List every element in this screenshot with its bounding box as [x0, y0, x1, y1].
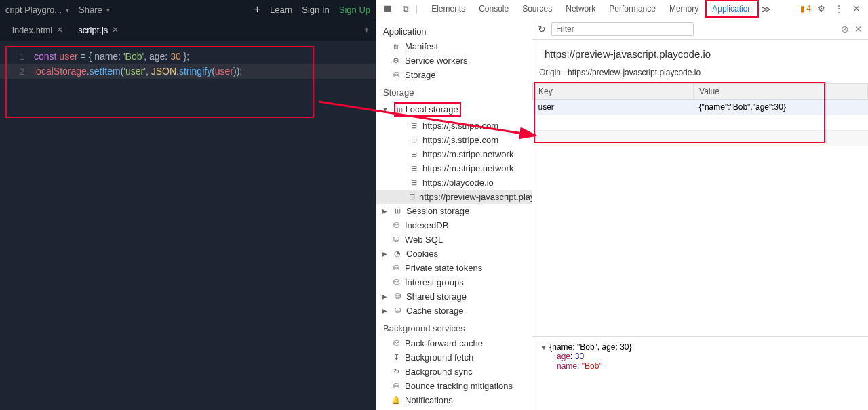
chevron-down-icon[interactable]: ▾: [106, 6, 110, 14]
sync-icon: ↻: [391, 367, 401, 377]
caret-right-icon: ▶: [382, 250, 389, 258]
gear-icon[interactable]: ⚙: [814, 1, 829, 16]
col-key[interactable]: Key: [533, 84, 694, 100]
ls-origin[interactable]: ⊞https://playcode.io: [376, 176, 532, 190]
sidebar-btm[interactable]: ⛁Bounce tracking mitigations: [376, 379, 532, 393]
ls-origin[interactable]: ⊞https://js.stripe.com: [376, 133, 532, 147]
bell-icon: 🔔: [391, 396, 401, 405]
section-application: Application: [376, 24, 532, 39]
close-icon[interactable]: ✕: [56, 25, 63, 35]
grid-icon: ⊞: [409, 164, 418, 173]
db-icon: ⛁: [391, 264, 401, 273]
sidebar-indexeddb[interactable]: ⛁IndexedDB: [376, 218, 532, 232]
col-value[interactable]: Value: [694, 84, 868, 100]
sidebar-interest[interactable]: ⛁Interest groups: [376, 275, 532, 289]
sidebar-cache[interactable]: ▶⛁Cache storage: [376, 304, 532, 318]
tab-index-html[interactable]: index.html✕: [5, 21, 70, 39]
tab-application[interactable]: Application: [705, 0, 759, 18]
warning-badge[interactable]: ▮4: [800, 4, 811, 14]
sidebar-shared[interactable]: ▶⛁Shared storage: [376, 289, 532, 304]
table-row[interactable]: user {"name":"Bob","age":30}: [533, 100, 868, 115]
caret-down-icon: ▼: [382, 106, 389, 113]
section-bg: Background services: [376, 318, 532, 336]
sidebar-bfc[interactable]: ⛁Back-forward cache: [376, 336, 532, 350]
tab-console[interactable]: Console: [472, 0, 515, 18]
grid-icon: ⊞: [397, 106, 403, 114]
editor-tabs: index.html✕ script.js✕ ✦: [0, 19, 376, 41]
filter-input[interactable]: [551, 22, 694, 36]
db-icon: ⛁: [393, 306, 402, 316]
close-icon[interactable]: ✕: [849, 1, 864, 16]
plus-icon[interactable]: +: [254, 3, 260, 16]
sidebar-websql[interactable]: ⛁Web SQL: [376, 232, 532, 247]
origin-value: https://preview-javascript.playcode.io: [568, 68, 701, 77]
gutter: 1: [8, 52, 24, 62]
sidebar-bgs[interactable]: ↻Background sync: [376, 365, 532, 379]
storage-table[interactable]: Key Value user {"name":"Bob","age":30}: [532, 83, 868, 146]
devtools-pane: ⯀ ⧉ | Elements Console Sources Network P…: [376, 0, 868, 410]
sidebar-service-workers[interactable]: ⚙Service workers: [376, 54, 532, 68]
grid-icon: ⊞: [409, 178, 418, 188]
editor-pane: cript Playgro... ▾ Share ▾ + Learn Sign …: [0, 0, 376, 410]
tab-script-js[interactable]: script.js✕: [71, 21, 125, 39]
ls-origin[interactable]: ⊞https://js.stripe.com: [376, 119, 532, 133]
sidebar-notif[interactable]: 🔔Notifications: [376, 393, 532, 407]
share-menu[interactable]: Share: [79, 5, 102, 15]
devtools-topbar: ⯀ ⧉ | Elements Console Sources Network P…: [376, 0, 868, 18]
chevron-down-icon[interactable]: ▾: [66, 6, 69, 14]
caret-right-icon: ▶: [382, 307, 389, 314]
sidebar-session-storage[interactable]: ▶⊞Session storage: [376, 204, 532, 218]
cell-key[interactable]: user: [533, 100, 694, 115]
db-icon: ⛁: [391, 70, 401, 80]
sidebar-cookies[interactable]: ▶◔Cookies: [376, 247, 532, 261]
table-row-empty[interactable]: [533, 115, 868, 131]
db-icon: ⛁: [391, 278, 401, 287]
sidebar-pst[interactable]: ⛁Private state tokens: [376, 261, 532, 275]
project-title[interactable]: cript Playgro...: [5, 5, 62, 15]
storage-toolbar: ↻ ⊘ ✕: [532, 18, 868, 40]
cookie-icon: ◔: [393, 249, 402, 259]
editor-topbar: cript Playgro... ▾ Share ▾ + Learn Sign …: [0, 0, 376, 19]
ls-origin[interactable]: ⊞https://m.stripe.network: [376, 161, 532, 176]
section-storage: Storage: [376, 82, 532, 100]
grid-icon: ⊞: [393, 207, 402, 216]
signin-link[interactable]: Sign In: [302, 5, 329, 15]
gear-icon: ⚙: [391, 56, 401, 66]
storage-table-wrap: Key Value user {"name":"Bob","age":30}: [532, 83, 868, 146]
cell-value[interactable]: {"name":"Bob","age":30}: [694, 100, 868, 115]
sidebar-storage-summary[interactable]: ⛁Storage: [376, 68, 532, 82]
value-preview: ▼ {name: "Bob", age: 30} age: 30 name: "…: [532, 336, 868, 376]
ls-origin-selected[interactable]: ⊞https://preview-javascript.playcode.io: [376, 190, 532, 204]
sidebar-bgf[interactable]: ↧Background fetch: [376, 350, 532, 365]
sparkle-icon[interactable]: ✦: [363, 25, 370, 35]
refresh-icon[interactable]: ↻: [538, 24, 546, 35]
caret-down-icon[interactable]: ▼: [540, 344, 547, 351]
db-icon: ⛁: [391, 382, 401, 391]
ls-origin[interactable]: ⊞https://m.stripe.network: [376, 147, 532, 161]
tab-performance[interactable]: Performance: [602, 0, 663, 18]
gutter: 2: [8, 66, 24, 77]
origin-label: Origin: [539, 68, 561, 77]
close-icon[interactable]: ✕: [854, 24, 863, 35]
kebab-icon[interactable]: ⋮: [831, 1, 846, 16]
sidebar-local-storage[interactable]: ▼ ⊞ Local storage: [376, 100, 532, 119]
table-row-empty[interactable]: [533, 131, 868, 146]
tab-network[interactable]: Network: [559, 0, 602, 18]
more-tabs[interactable]: ≫: [762, 4, 771, 14]
device-icon[interactable]: ⧉: [398, 1, 413, 16]
db-icon: ⛁: [393, 292, 402, 302]
clear-icon[interactable]: ⊘: [841, 24, 849, 35]
tab-elements[interactable]: Elements: [425, 0, 472, 18]
tab-sources[interactable]: Sources: [515, 0, 559, 18]
db-icon: ⛁: [391, 221, 401, 230]
learn-link[interactable]: Learn: [270, 5, 292, 15]
sidebar-payment[interactable]: ▭Payment handler: [376, 407, 532, 410]
code-area[interactable]: 1 const user = { name: 'Bob', age: 30 };…: [0, 41, 376, 410]
sidebar-manifest[interactable]: 🗎Manifest: [376, 39, 532, 54]
signup-link[interactable]: Sign Up: [339, 5, 370, 15]
inspect-icon[interactable]: ⯀: [380, 1, 395, 16]
origin-title: https://preview-javascript.playcode.io: [532, 40, 868, 68]
tab-memory[interactable]: Memory: [663, 0, 705, 18]
close-icon[interactable]: ✕: [112, 25, 119, 35]
application-sidebar: Application 🗎Manifest ⚙Service workers ⛁…: [376, 18, 532, 410]
